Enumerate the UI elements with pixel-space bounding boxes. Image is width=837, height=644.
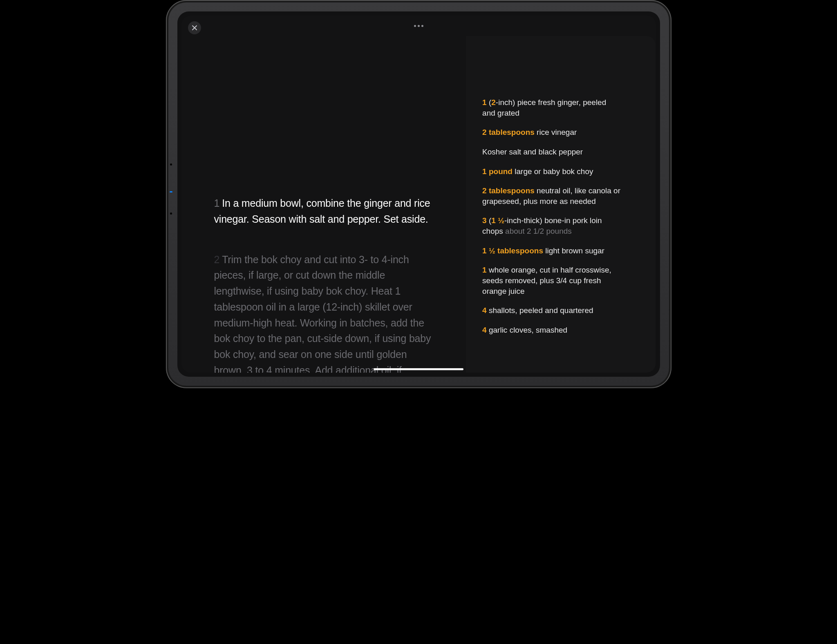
ingredient-item[interactable]: 1 whole orange, cut in half crosswise, s…	[482, 265, 621, 296]
ingredient-text: light brown sugar	[543, 246, 604, 255]
ingredient-item[interactable]: 1 (2-inch) piece fresh ginger, peeled an…	[482, 97, 621, 118]
ingredient-quantity: 1 ½ tablespoons	[482, 246, 543, 255]
ingredient-item[interactable]: 4 shallots, peeled and quartered	[482, 305, 621, 316]
ingredient-item[interactable]: 4 garlic cloves, smashed	[482, 325, 621, 335]
device-sensor	[170, 191, 172, 192]
topbar	[181, 16, 656, 36]
device-sensor	[170, 163, 172, 165]
step-number: 2	[214, 254, 220, 265]
ingredient-item[interactable]: 3 (1 ½-inch-thick) bone-in pork loin cho…	[482, 215, 621, 236]
ingredient-quantity: 1	[482, 266, 487, 274]
ingredient-text: whole orange, cut in half crosswise, see…	[482, 266, 611, 295]
ingredient-quantity: 1 pound	[482, 167, 512, 176]
step-text: Trim the bok choy and cut into 3- to 4-i…	[214, 254, 433, 373]
step-number: 1	[214, 197, 220, 209]
ingredient-quantity: 1 ½	[491, 216, 504, 225]
home-indicator[interactable]	[374, 368, 463, 370]
close-icon	[192, 25, 197, 31]
ellipsis-icon	[418, 25, 420, 27]
step-text: In a medium bowl, combine the ginger and…	[214, 197, 430, 225]
ellipsis-icon	[421, 25, 423, 27]
device-sensor	[170, 212, 172, 215]
ingredient-quantity: 2	[491, 98, 496, 107]
close-button[interactable]	[188, 21, 201, 34]
ingredient-text: (	[487, 98, 492, 107]
ingredient-item[interactable]: 2 tablespoons rice vinegar	[482, 127, 621, 138]
more-button[interactable]	[414, 25, 423, 27]
ingredient-item[interactable]: 1 ½ tablespoons light brown sugar	[482, 246, 621, 256]
recipe-step[interactable]: 1In a medium bowl, combine the ginger an…	[214, 195, 438, 227]
ingredient-text: large or baby bok choy	[512, 167, 593, 176]
ingredient-quantity: 3	[482, 216, 487, 225]
recipe-step[interactable]: 2Trim the bok choy and cut into 3- to 4-…	[214, 252, 438, 373]
ingredient-quantity: 2 tablespoons	[482, 186, 535, 195]
ingredient-text: -inch) piece fresh ginger, peeled and gr…	[482, 98, 606, 117]
ingredient-text: garlic cloves, smashed	[487, 326, 567, 334]
steps-panel[interactable]: 1In a medium bowl, combine the ginger an…	[181, 36, 466, 373]
screen: 1In a medium bowl, combine the ginger an…	[177, 11, 660, 377]
ingredient-text: rice vinegar	[535, 128, 577, 136]
ingredients-panel[interactable]: 1 (2-inch) piece fresh ginger, peeled an…	[466, 36, 656, 373]
content-split: 1In a medium bowl, combine the ginger an…	[181, 36, 656, 373]
ingredient-text: Kosher salt and black pepper	[482, 148, 583, 156]
ingredient-item[interactable]: 1 pound large or baby bok choy	[482, 166, 621, 177]
ingredient-item[interactable]: 2 tablespoons neutral oil, like canola o…	[482, 186, 621, 206]
ingredient-text: shallots, peeled and quartered	[487, 306, 593, 315]
ingredient-item[interactable]: Kosher salt and black pepper	[482, 147, 621, 157]
ingredient-note: about 2 1/2 pounds	[505, 227, 572, 235]
ingredient-quantity: 4	[482, 306, 487, 315]
ellipsis-icon	[414, 25, 416, 27]
recipe-app: 1In a medium bowl, combine the ginger an…	[181, 16, 656, 373]
ingredient-text: (	[487, 216, 492, 225]
ipad-frame: 1In a medium bowl, combine the ginger an…	[166, 0, 671, 388]
ingredient-quantity: 1	[482, 98, 487, 107]
ingredient-quantity: 4	[482, 326, 487, 334]
ingredient-quantity: 2 tablespoons	[482, 128, 535, 136]
